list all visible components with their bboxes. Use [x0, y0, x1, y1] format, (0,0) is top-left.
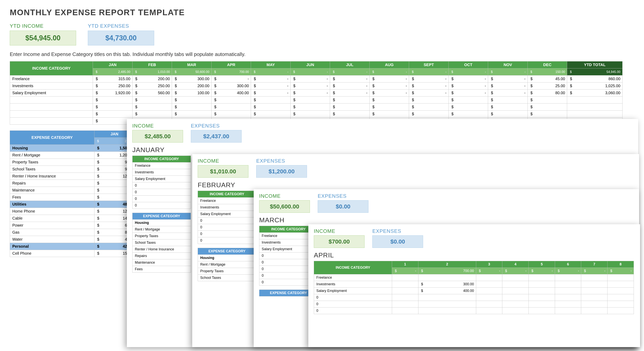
income-row-name[interactable]: 0 — [314, 294, 392, 301]
income-row-name[interactable]: Investments — [314, 281, 392, 288]
cell[interactable]: $150.00 — [528, 68, 567, 75]
cell[interactable]: $ — [448, 103, 488, 111]
cell[interactable]: $- — [448, 75, 488, 82]
income-table[interactable]: INCOME CATEGORYJANFEBMARAPRMAYJUNJULAUGS… — [10, 61, 622, 125]
cell[interactable]: $- — [448, 68, 488, 75]
category-row[interactable]: Salary Employment — [132, 176, 191, 182]
cell[interactable]: $- — [370, 82, 409, 89]
expense-row-name[interactable]: Utilities — [10, 201, 94, 208]
expense-row-name[interactable]: Cell Phone — [10, 250, 94, 257]
cell[interactable] — [581, 274, 608, 281]
cell[interactable]: $ — [172, 103, 212, 111]
category-row[interactable]: School Taxes — [198, 275, 256, 281]
cell[interactable]: $- — [502, 268, 529, 274]
income-row-name[interactable]: Freelance — [10, 75, 93, 82]
category-row[interactable]: Property Taxes — [132, 233, 191, 240]
cell[interactable]: $ — [488, 103, 528, 111]
cell[interactable] — [529, 288, 555, 294]
cell[interactable] — [529, 274, 555, 281]
cell[interactable]: $ — [93, 111, 132, 118]
cell[interactable] — [567, 96, 622, 103]
cell[interactable]: $200.00 — [172, 82, 212, 89]
cell[interactable] — [392, 281, 418, 288]
cell[interactable] — [555, 294, 581, 301]
category-row[interactable]: Property Taxes — [198, 268, 256, 275]
cell[interactable] — [608, 301, 634, 308]
cell[interactable] — [608, 308, 634, 314]
cell[interactable] — [476, 274, 502, 281]
cell[interactable]: $- — [488, 82, 528, 89]
cell[interactable]: $ — [370, 103, 409, 111]
cell[interactable]: $- — [330, 82, 370, 89]
cell[interactable]: $1,025.00 — [567, 82, 622, 89]
cell[interactable]: $- — [529, 268, 555, 274]
cell[interactable] — [529, 294, 555, 301]
income-row-empty[interactable] — [10, 111, 93, 118]
cell[interactable] — [555, 288, 581, 294]
cell[interactable] — [555, 308, 581, 314]
cell[interactable]: $- — [290, 75, 330, 82]
cell[interactable]: $ — [448, 96, 488, 103]
category-row[interactable]: Maintenance — [132, 259, 191, 266]
cell[interactable]: $ — [132, 111, 172, 118]
cell[interactable]: $- — [290, 82, 330, 89]
category-row[interactable]: Investments — [132, 169, 191, 176]
category-row[interactable]: Renter / Home Insurance — [132, 246, 191, 253]
category-row[interactable]: 0 — [132, 196, 191, 202]
cell[interactable]: $700.00 — [418, 268, 476, 274]
cell[interactable] — [608, 274, 634, 281]
cell[interactable]: $- — [392, 268, 418, 274]
cell[interactable]: $- — [488, 89, 528, 96]
cell[interactable] — [555, 281, 581, 288]
cell[interactable] — [608, 288, 634, 294]
cell[interactable]: $- — [290, 68, 330, 75]
cell[interactable]: $- — [409, 75, 449, 82]
cell[interactable]: $ — [132, 96, 172, 103]
cell[interactable]: $300.00 — [172, 75, 212, 82]
cell[interactable] — [502, 288, 529, 294]
cell[interactable]: $80.00 — [528, 89, 567, 96]
expense-row-name[interactable]: Rent / Mortgage — [10, 152, 94, 159]
cell[interactable]: $ — [528, 96, 567, 103]
cell[interactable]: $700.00 — [211, 68, 251, 75]
expense-row-name[interactable]: Water — [10, 236, 94, 243]
cell[interactable] — [581, 281, 608, 288]
cell[interactable]: $50,600.00 — [172, 68, 212, 75]
income-row-name[interactable]: 0 — [314, 308, 392, 314]
cell[interactable]: $ — [409, 103, 449, 111]
cell[interactable]: $- — [370, 89, 409, 96]
expense-table[interactable]: EXPENSE CATEGORYJAN$2,437Housing$1,500.0… — [10, 130, 135, 257]
cell[interactable]: $- — [370, 68, 409, 75]
cell[interactable]: $ — [93, 118, 132, 125]
category-row[interactable]: 0 — [132, 182, 191, 189]
category-row[interactable]: 0 — [198, 224, 256, 231]
cell[interactable] — [476, 301, 502, 308]
jan-income-table[interactable]: INCOME CATEGORYFreelanceInvestmentsSalar… — [132, 156, 191, 209]
cell[interactable]: $ — [251, 111, 290, 118]
cell[interactable]: $ — [211, 96, 251, 103]
cell[interactable] — [476, 288, 502, 294]
category-row[interactable]: Freelance — [198, 198, 256, 204]
cell[interactable]: $- — [330, 89, 370, 96]
cell[interactable]: $ — [409, 111, 449, 118]
cell[interactable] — [502, 274, 529, 281]
cell[interactable] — [392, 288, 418, 294]
category-row[interactable]: Salary Employment — [198, 211, 256, 217]
cell[interactable]: $ — [93, 96, 132, 103]
cell[interactable]: $ — [488, 96, 528, 103]
cell[interactable] — [418, 308, 476, 314]
cell[interactable]: $ — [93, 103, 132, 111]
cell[interactable]: $ — [172, 111, 212, 118]
cell[interactable] — [581, 301, 608, 308]
cell[interactable] — [529, 308, 555, 314]
income-row-empty[interactable] — [10, 118, 93, 125]
cell[interactable] — [418, 301, 476, 308]
cell[interactable]: $ — [528, 103, 567, 111]
cell[interactable] — [392, 308, 418, 314]
cell[interactable]: $- — [251, 89, 290, 96]
income-row-name[interactable]: 0 — [314, 301, 392, 308]
feb-expense-table[interactable]: EXPENSE CATEGORYHousingRent / MortgagePr… — [198, 248, 256, 281]
cell[interactable] — [529, 281, 555, 288]
cell[interactable]: $1,010.00 — [132, 68, 172, 75]
cell[interactable] — [392, 301, 418, 308]
